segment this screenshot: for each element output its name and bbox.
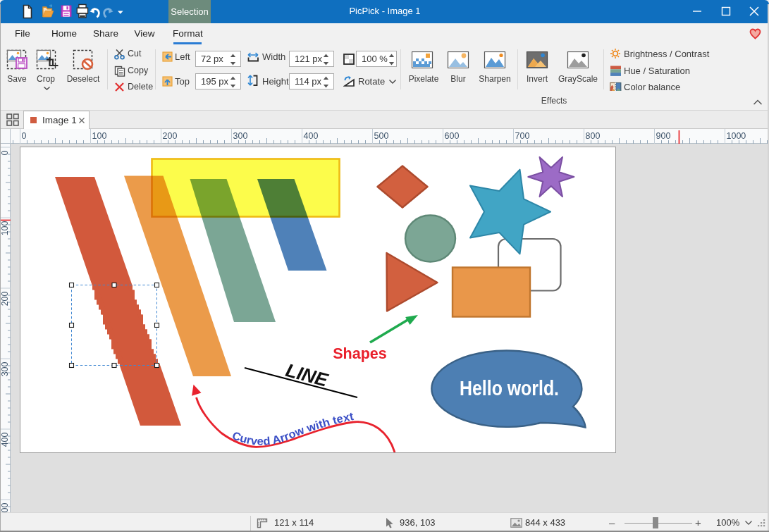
svg-text:0: 0 bbox=[22, 131, 27, 141]
svg-text:500: 500 bbox=[0, 502, 10, 512]
svg-text:LINE: LINE bbox=[283, 359, 331, 391]
svg-text:500: 500 bbox=[374, 131, 389, 141]
svg-text:600: 600 bbox=[445, 131, 460, 141]
svg-text:400: 400 bbox=[0, 432, 10, 447]
svg-text:300: 300 bbox=[0, 361, 10, 376]
svg-text:Hello world.: Hello world. bbox=[460, 377, 559, 400]
svg-text:900: 900 bbox=[656, 131, 671, 141]
svg-text:Shapes: Shapes bbox=[333, 345, 387, 362]
svg-text:0: 0 bbox=[0, 150, 10, 155]
svg-text:Curved Arrow with text: Curved Arrow with text bbox=[230, 410, 355, 447]
svg-text:200: 200 bbox=[0, 291, 10, 306]
svg-text:300: 300 bbox=[233, 131, 248, 141]
svg-text:800: 800 bbox=[586, 131, 601, 141]
svg-text:100: 100 bbox=[92, 131, 107, 141]
svg-text:400: 400 bbox=[304, 131, 319, 141]
svg-text:100: 100 bbox=[0, 221, 10, 235]
svg-text:700: 700 bbox=[515, 131, 530, 141]
svg-text:1000: 1000 bbox=[727, 131, 746, 141]
svg-text:200: 200 bbox=[163, 131, 178, 141]
